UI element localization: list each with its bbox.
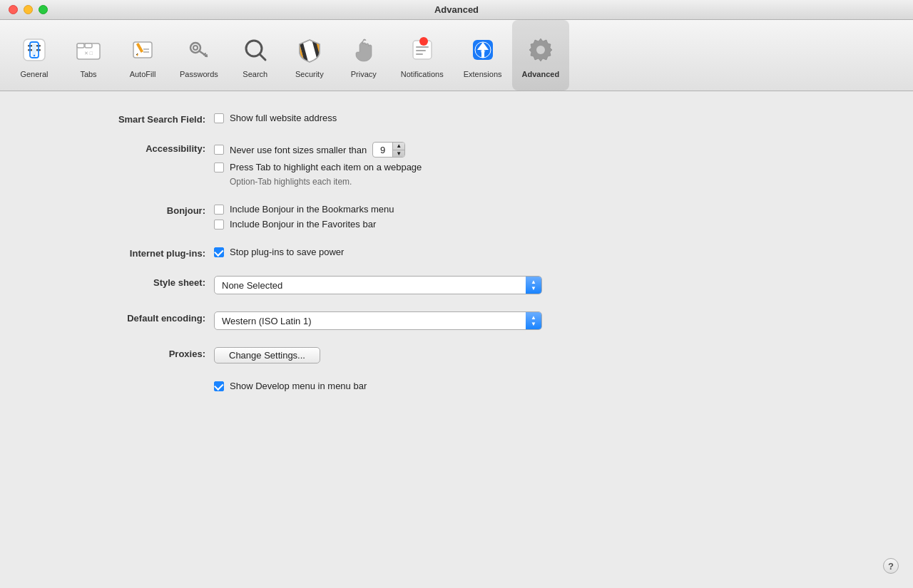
tab-security[interactable]: Security (282, 20, 337, 91)
tab-autofill[interactable]: AutoFill (116, 20, 170, 91)
svg-rect-4 (32, 43, 36, 56)
notification-badge (419, 37, 428, 46)
tab-privacy[interactable]: Privacy (337, 20, 391, 91)
extensions-icon (466, 33, 500, 67)
tab-privacy-label: Privacy (351, 70, 377, 78)
style-sheet-value: None Selected (215, 280, 526, 291)
style-sheet-controls: None Selected ▲ ▼ (214, 276, 542, 294)
bonjour-favorites-label: Include Bonjour in the Favorites bar (230, 219, 376, 229)
encoding-up-arrow: ▲ (531, 315, 536, 321)
default-encoding-controls: Western (ISO Latin 1) ▲ ▼ (214, 311, 542, 330)
stepper-down[interactable]: ▼ (393, 150, 404, 158)
stepper-arrows[interactable]: ▲ ▼ (393, 143, 404, 157)
autofill-icon (126, 33, 160, 67)
svg-rect-29 (416, 46, 429, 48)
svg-rect-7 (77, 43, 84, 48)
style-sheet-label: Style sheet: (29, 276, 214, 288)
tab-notifications[interactable]: Notifications (391, 20, 454, 91)
internet-plugins-label: Internet plug-ins: (29, 247, 214, 259)
tab-general[interactable]: General (7, 20, 61, 91)
default-encoding-value: Western (ISO Latin 1) (215, 316, 526, 326)
bonjour-favorites-checkbox[interactable] (214, 220, 224, 229)
font-size-stepper[interactable]: 9 ▲ ▼ (372, 142, 405, 158)
svg-line-23 (260, 54, 265, 60)
press-tab-checkbox[interactable] (214, 163, 224, 172)
show-full-address-label: Show full website address (230, 113, 337, 123)
title-bar: Advanced (0, 0, 913, 20)
style-sheet-row: Style sheet: None Selected ▲ ▼ (29, 276, 884, 294)
privacy-icon (347, 33, 381, 67)
passwords-icon (182, 33, 216, 67)
bonjour-favorites-row: Include Bonjour in the Favorites bar (214, 219, 394, 229)
style-sheet-dropdown[interactable]: None Selected ▲ ▼ (214, 276, 542, 294)
tab-advanced[interactable]: Advanced (512, 20, 570, 91)
default-encoding-row: Default encoding: Western (ISO Latin 1) … (29, 311, 884, 330)
style-sheet-arrows[interactable]: ▲ ▼ (526, 277, 541, 294)
bonjour-bookmarks-checkbox[interactable] (214, 205, 224, 215)
smart-search-field-row: Smart Search Field: Show full website ad… (29, 113, 884, 125)
toolbar: General ✕ □ Tabs (0, 20, 913, 91)
advanced-icon (524, 33, 558, 67)
bonjour-controls: Include Bonjour in the Bookmarks menu In… (214, 204, 394, 229)
svg-line-20 (204, 53, 205, 55)
develop-menu-label: Show Develop menu in menu bar (230, 381, 367, 391)
smart-search-field-label: Smart Search Field: (29, 113, 214, 125)
accessibility-row: Accessibility: Never use font sizes smal… (29, 142, 884, 187)
smart-search-field-controls: Show full website address (214, 113, 337, 123)
notifications-icon (405, 33, 439, 67)
proxies-label: Proxies: (29, 347, 214, 359)
develop-menu-row: Show Develop menu in menu bar (29, 381, 884, 391)
window-title: Advanced (434, 4, 479, 15)
tabs-icon: ✕ □ (71, 33, 106, 67)
tab-passwords-label: Passwords (180, 70, 218, 78)
proxies-row: Proxies: Change Settings... (29, 347, 884, 363)
bonjour-row: Bonjour: Include Bonjour in the Bookmark… (29, 204, 884, 229)
tab-search-label: Search (243, 70, 267, 78)
security-icon (292, 33, 327, 67)
help-button[interactable]: ? (883, 558, 899, 574)
search-icon (238, 33, 272, 67)
maximize-button[interactable] (39, 5, 48, 14)
accessibility-hint: Option-Tab highlights each item. (230, 177, 422, 187)
svg-point-18 (193, 46, 198, 50)
tab-tabs[interactable]: ✕ □ Tabs (61, 20, 116, 91)
accessibility-controls: Never use font sizes smaller than 9 ▲ ▼ … (214, 142, 422, 187)
show-full-address-row: Show full website address (214, 113, 337, 123)
develop-menu-controls: Show Develop menu in menu bar (214, 381, 367, 391)
default-encoding-dropdown[interactable]: Western (ISO Latin 1) ▲ ▼ (214, 311, 542, 330)
minimize-button[interactable] (24, 5, 33, 14)
show-full-address-checkbox[interactable] (214, 113, 224, 123)
stop-plugins-checkbox[interactable] (214, 247, 224, 257)
stepper-up[interactable]: ▲ (393, 143, 404, 150)
stop-plugins-row: Stop plug-ins to save power (214, 247, 344, 257)
bonjour-bookmarks-label: Include Bonjour in the Bookmarks menu (230, 204, 394, 215)
stop-plugins-label: Stop plug-ins to save power (230, 247, 344, 257)
press-tab-row: Press Tab to highlight each item on a we… (214, 162, 422, 172)
never-font-sizes-checkbox[interactable] (214, 145, 224, 155)
tab-general-label: General (20, 70, 48, 78)
bonjour-label: Bonjour: (29, 204, 214, 216)
bonjour-bookmarks-row: Include Bonjour in the Bookmarks menu (214, 204, 394, 215)
svg-point-38 (536, 46, 545, 54)
change-settings-button[interactable]: Change Settings... (214, 347, 320, 363)
press-tab-label: Press Tab to highlight each item on a we… (230, 162, 422, 172)
tab-notifications-label: Notifications (401, 70, 444, 78)
tab-extensions[interactable]: Extensions (454, 20, 512, 91)
default-encoding-arrows[interactable]: ▲ ▼ (526, 312, 541, 329)
internet-plugins-controls: Stop plug-ins to save power (214, 247, 344, 257)
svg-line-21 (205, 55, 207, 56)
content-area: Smart Search Field: Show full website ad… (0, 91, 913, 588)
encoding-down-arrow: ▼ (531, 321, 536, 327)
svg-rect-8 (85, 43, 92, 48)
svg-point-5 (34, 54, 35, 56)
tab-passwords[interactable]: Passwords (170, 20, 228, 91)
accessibility-label: Accessibility: (29, 142, 214, 154)
close-button[interactable] (9, 5, 18, 14)
dropdown-up-arrow: ▲ (531, 279, 536, 285)
svg-rect-30 (416, 50, 426, 51)
tab-search[interactable]: Search (228, 20, 282, 91)
tab-tabs-label: Tabs (80, 70, 96, 78)
develop-menu-checkbox[interactable] (214, 381, 224, 391)
never-font-sizes-row: Never use font sizes smaller than 9 ▲ ▼ (214, 142, 422, 158)
tab-autofill-label: AutoFill (130, 70, 156, 78)
